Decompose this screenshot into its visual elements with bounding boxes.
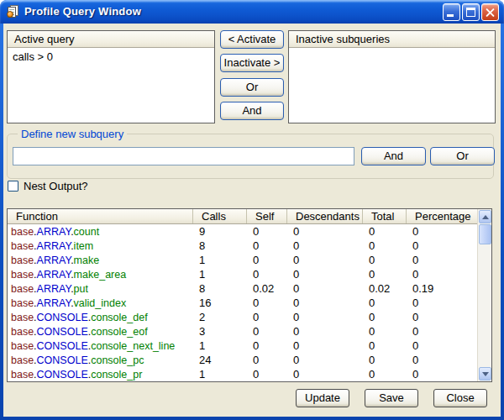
self-value: 0 — [246, 297, 286, 311]
table-row[interactable]: base.CONSOLE.console_def20000 — [8, 311, 477, 325]
or-define-button[interactable]: Or — [430, 147, 495, 165]
percentage-value: 0 — [406, 325, 477, 339]
total-value: 0 — [362, 368, 406, 382]
total-value: 0 — [362, 239, 406, 254]
descendants-value: 0 — [286, 354, 362, 368]
total-value: 0 — [362, 311, 406, 325]
and-define-button[interactable]: And — [361, 147, 426, 165]
function-name: base.ARRAY.make — [8, 254, 192, 268]
descendants-value: 0 — [286, 297, 362, 311]
self-value: 0 — [246, 368, 286, 382]
and-transfer-button[interactable]: And — [220, 102, 284, 120]
self-value: 0 — [246, 254, 286, 268]
calls-value: 1 — [192, 268, 246, 282]
total-value: 0 — [362, 268, 406, 282]
column-header-descendants[interactable]: Descendants — [286, 209, 362, 223]
calls-value: 1 — [192, 254, 246, 268]
scrollbar-thumb[interactable] — [479, 224, 491, 244]
minimize-icon — [447, 14, 454, 17]
table-row[interactable]: base.ARRAY.make10000 — [8, 254, 477, 268]
activate-button[interactable]: < Activate — [220, 30, 284, 49]
titlebar[interactable]: Profile Query Window — [0, 0, 504, 24]
percentage-value: 0 — [406, 368, 477, 382]
table-row[interactable]: base.CONSOLE.console_pc240000 — [8, 354, 477, 368]
scroll-down-icon[interactable] — [479, 367, 491, 381]
column-header-self[interactable]: Self — [246, 209, 286, 223]
descendants-value: 0 — [286, 254, 362, 268]
self-value: 0 — [246, 239, 286, 254]
table-row[interactable]: base.ARRAY.item80000 — [8, 239, 477, 254]
inactive-subqueries-header: Inactive subqueries — [289, 31, 495, 48]
function-name: base.CONSOLE.console_def — [8, 311, 192, 325]
descendants-value: 0 — [286, 239, 362, 254]
calls-value: 24 — [192, 354, 246, 368]
percentage-value: 0 — [406, 339, 477, 354]
function-name: base.CONSOLE.console_eof — [8, 325, 192, 339]
active-query-list[interactable]: calls > 0 — [8, 49, 214, 123]
update-button[interactable]: Update — [296, 389, 349, 407]
percentage-value: 0.19 — [406, 282, 477, 297]
calls-value: 8 — [192, 282, 246, 297]
percentage-value: 0 — [406, 297, 477, 311]
percentage-value: 0 — [406, 354, 477, 368]
or-transfer-button[interactable]: Or — [220, 78, 284, 97]
table-row[interactable]: base.ARRAY.put80.0200.020.19 — [8, 282, 477, 297]
calls-value: 9 — [192, 225, 246, 239]
inactivate-button[interactable]: Inactivate > — [220, 54, 284, 72]
define-subquery-group: Define new subquery And Or — [7, 134, 494, 179]
inactive-subqueries-panel: Inactive subqueries — [288, 30, 496, 123]
table-row[interactable]: base.CONSOLE.console_eof30000 — [8, 325, 477, 339]
table-row[interactable]: base.ARRAY.valid_index160000 — [8, 297, 477, 311]
total-value: 0 — [362, 354, 406, 368]
column-header-total[interactable]: Total — [362, 209, 406, 223]
total-value: 0 — [362, 339, 406, 354]
scroll-up-icon[interactable] — [479, 210, 491, 223]
column-header-function[interactable]: Function — [8, 209, 192, 223]
vertical-scrollbar[interactable] — [477, 209, 491, 381]
descendants-value: 0 — [286, 339, 362, 354]
maximize-button[interactable] — [462, 3, 480, 21]
self-value: 0 — [246, 268, 286, 282]
self-value: 0 — [246, 311, 286, 325]
descendants-value: 0 — [286, 225, 362, 239]
function-name: base.CONSOLE.console_pr — [8, 368, 192, 382]
column-header-percentage[interactable]: Percentage — [406, 209, 477, 223]
subquery-input[interactable] — [13, 147, 354, 165]
column-header-calls[interactable]: Calls — [192, 209, 246, 223]
table-row[interactable]: base.ARRAY.count90000 — [8, 225, 477, 239]
function-name: base.CONSOLE.console_next_line — [8, 339, 192, 354]
close-button[interactable] — [481, 3, 499, 21]
calls-value: 16 — [192, 297, 246, 311]
nest-output-label: Nest Output? — [24, 180, 88, 192]
calls-value: 8 — [192, 239, 246, 254]
minimize-button[interactable] — [443, 3, 460, 21]
active-query-header: Active query — [8, 31, 214, 48]
table-row[interactable]: base.CONSOLE.console_next_line10000 — [8, 339, 477, 354]
descendants-value: 0 — [286, 368, 362, 382]
maximize-icon — [466, 8, 475, 17]
list-item[interactable]: calls > 0 — [8, 49, 214, 63]
close-dialog-button[interactable]: Close — [433, 389, 487, 407]
self-value: 0 — [246, 325, 286, 339]
nest-output-checkbox[interactable] — [8, 181, 18, 192]
table-row[interactable]: base.CONSOLE.console_pr10000 — [8, 368, 477, 382]
function-name: base.ARRAY.make_area — [8, 268, 192, 282]
percentage-value: 0 — [406, 254, 477, 268]
descendants-value: 0 — [286, 325, 362, 339]
calls-value: 1 — [192, 339, 246, 354]
self-value: 0.02 — [246, 282, 286, 297]
table-row[interactable]: base.ARRAY.make_area10000 — [8, 268, 477, 282]
app-icon — [6, 5, 19, 18]
function-name: base.ARRAY.valid_index — [8, 297, 192, 311]
active-query-panel: Active query calls > 0 — [7, 30, 215, 123]
calls-value: 3 — [192, 325, 246, 339]
descendants-value: 0 — [286, 282, 362, 297]
descendants-value: 0 — [286, 268, 362, 282]
inactive-subqueries-list[interactable] — [289, 49, 495, 123]
self-value: 0 — [246, 354, 286, 368]
self-value: 0 — [246, 339, 286, 354]
calls-value: 1 — [192, 368, 246, 382]
function-name: base.ARRAY.count — [8, 225, 192, 239]
table-header: Function Calls Self Descendants Total Pe… — [8, 209, 477, 224]
save-button[interactable]: Save — [365, 389, 418, 407]
